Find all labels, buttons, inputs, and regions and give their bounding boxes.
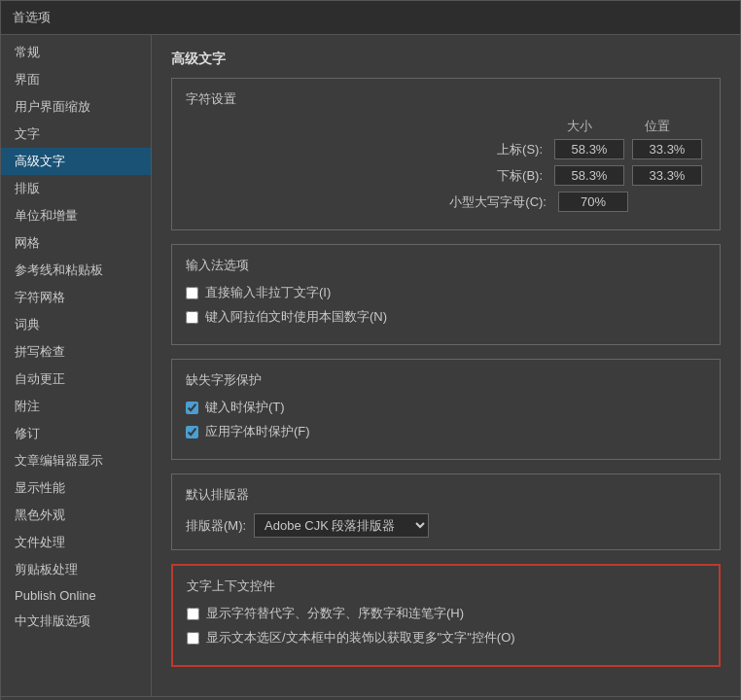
sidebar-item-interface[interactable]: 界面 bbox=[1, 66, 151, 93]
subscript-size-input[interactable] bbox=[554, 165, 624, 186]
main-section-title: 高级文字 bbox=[171, 51, 721, 68]
col-size-label: 大小 bbox=[541, 118, 618, 135]
sidebar-item-story-editor[interactable]: 文章编辑器显示 bbox=[1, 447, 151, 474]
default-renderer-box: 默认排版器 排版器(M): Adobe CJK 段落排版器 bbox=[171, 473, 721, 550]
sidebar-item-units[interactable]: 单位和增量 bbox=[1, 202, 151, 229]
superscript-label: 上标(S): bbox=[186, 141, 550, 158]
sidebar-item-text[interactable]: 文字 bbox=[1, 121, 151, 148]
sidebar-item-revision[interactable]: 修订 bbox=[1, 420, 151, 447]
missing-font-option2-label: 应用字体时保护(F) bbox=[205, 423, 310, 440]
sidebar-item-advanced-text[interactable]: 高级文字 bbox=[1, 148, 151, 175]
sidebar-item-file-handling[interactable]: 文件处理 bbox=[1, 529, 151, 556]
sidebar-item-general[interactable]: 常规 bbox=[1, 39, 151, 66]
renderer-label: 排版器(M): bbox=[186, 517, 246, 535]
missing-font-box: 缺失字形保护 键入时保护(T) 应用字体时保护(F) bbox=[171, 359, 721, 460]
small-caps-label: 小型大写字母(C): bbox=[186, 193, 554, 211]
input-method-title: 输入法选项 bbox=[186, 257, 706, 274]
input-method-option2-checkbox[interactable] bbox=[186, 311, 198, 324]
context-option2-label: 显示文本选区/文本框中的装饰以获取更多"文字"控件(O) bbox=[206, 629, 515, 647]
char-settings-title: 字符设置 bbox=[186, 90, 706, 108]
default-renderer-title: 默认排版器 bbox=[186, 486, 706, 504]
dialog-title: 首选项 bbox=[1, 1, 740, 35]
sidebar-item-cjk-options[interactable]: 中文排版选项 bbox=[1, 608, 151, 635]
sidebar-item-display-perf[interactable]: 显示性能 bbox=[1, 474, 151, 502]
dialog-footer: 确定 重置 bbox=[1, 696, 740, 700]
context-controls-title: 文字上下文控件 bbox=[187, 578, 705, 595]
missing-font-title: 缺失字形保护 bbox=[186, 371, 706, 389]
missing-font-option2-row: 应用字体时保护(F) bbox=[186, 423, 706, 440]
missing-font-option1-checkbox[interactable] bbox=[186, 402, 198, 414]
context-option2-row: 显示文本选区/文本框中的装饰以获取更多"文字"控件(O) bbox=[187, 629, 705, 647]
missing-font-option1-row: 键入时保护(T) bbox=[186, 399, 706, 416]
input-method-box: 输入法选项 直接输入非拉丁文字(I) 键入阿拉伯文时使用本国数字(N) bbox=[171, 244, 721, 345]
context-option2-checkbox[interactable] bbox=[187, 632, 199, 645]
sidebar-item-black-appearance[interactable]: 黑色外观 bbox=[1, 502, 151, 529]
context-option1-row: 显示字符替代字、分数字、序数字和连笔字(H) bbox=[187, 605, 705, 622]
renderer-select-row: 排版器(M): Adobe CJK 段落排版器 bbox=[186, 513, 706, 538]
input-method-option1-label: 直接输入非拉丁文字(I) bbox=[205, 284, 331, 301]
input-method-option1-row: 直接输入非拉丁文字(I) bbox=[186, 284, 706, 301]
small-caps-input[interactable] bbox=[558, 192, 628, 212]
sidebar-item-ui-scale[interactable]: 用户界面缩放 bbox=[1, 93, 151, 121]
renderer-select[interactable]: Adobe CJK 段落排版器 bbox=[254, 513, 429, 538]
char-settings-box: 字符设置 大小 位置 上标(S): 下标(B): 小型大写字母(C): bbox=[171, 78, 721, 230]
col-position-label: 位置 bbox=[618, 118, 696, 135]
char-settings-header: 大小 位置 bbox=[186, 118, 706, 135]
sidebar-item-grid[interactable]: 网格 bbox=[1, 229, 151, 257]
subscript-label: 下标(B): bbox=[186, 167, 550, 185]
input-method-option2-label: 键入阿拉伯文时使用本国数字(N) bbox=[205, 308, 387, 326]
sidebar-item-publish-online[interactable]: Publish Online bbox=[1, 583, 151, 608]
dialog-body: 常规界面用户界面缩放文字高级文字排版单位和增量网格参考线和粘贴板字符网格词典拼写… bbox=[1, 35, 740, 696]
missing-font-option2-checkbox[interactable] bbox=[186, 426, 198, 438]
context-option1-checkbox[interactable] bbox=[187, 608, 199, 620]
sidebar-item-guides[interactable]: 参考线和粘贴板 bbox=[1, 257, 151, 284]
sidebar-item-autocorrect[interactable]: 自动更正 bbox=[1, 366, 151, 393]
superscript-row: 上标(S): bbox=[186, 139, 706, 159]
input-method-option1-checkbox[interactable] bbox=[186, 287, 198, 299]
context-option1-label: 显示字符替代字、分数字、序数字和连笔字(H) bbox=[206, 605, 464, 622]
main-content: 高级文字 字符设置 大小 位置 上标(S): 下标(B): bbox=[152, 35, 740, 696]
sidebar-item-dictionary[interactable]: 词典 bbox=[1, 311, 151, 338]
missing-font-option1-label: 键入时保护(T) bbox=[205, 399, 285, 416]
subscript-position-input[interactable] bbox=[632, 165, 702, 186]
subscript-row: 下标(B): bbox=[186, 165, 706, 186]
superscript-size-input[interactable] bbox=[554, 139, 624, 159]
sidebar-item-spell-check[interactable]: 拼写检查 bbox=[1, 338, 151, 366]
preferences-dialog: 首选项 常规界面用户界面缩放文字高级文字排版单位和增量网格参考线和粘贴板字符网格… bbox=[0, 0, 741, 700]
sidebar-item-typesetting[interactable]: 排版 bbox=[1, 175, 151, 202]
input-method-option2-row: 键入阿拉伯文时使用本国数字(N) bbox=[186, 308, 706, 326]
context-controls-box: 文字上下文控件 显示字符替代字、分数字、序数字和连笔字(H) 显示文本选区/文本… bbox=[171, 564, 721, 667]
sidebar-item-notes[interactable]: 附注 bbox=[1, 393, 151, 420]
small-caps-row: 小型大写字母(C): bbox=[186, 192, 706, 212]
sidebar: 常规界面用户界面缩放文字高级文字排版单位和增量网格参考线和粘贴板字符网格词典拼写… bbox=[1, 35, 152, 696]
sidebar-item-clipboard[interactable]: 剪贴板处理 bbox=[1, 556, 151, 583]
superscript-position-input[interactable] bbox=[632, 139, 702, 159]
sidebar-item-char-grid[interactable]: 字符网格 bbox=[1, 284, 151, 311]
